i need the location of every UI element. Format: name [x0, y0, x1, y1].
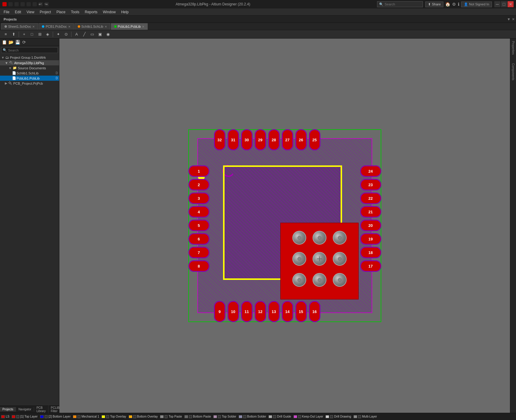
grid-tool[interactable]: ⊞ — [36, 31, 43, 38]
layer-check-drill-guide[interactable] — [273, 415, 276, 418]
tree-item-source-docs[interactable]: ▼ 📁 Source Documents — [0, 65, 59, 71]
pin-13: 13 — [268, 301, 280, 322]
minimize-button[interactable]: ─ — [494, 1, 500, 7]
panel-menu-button[interactable]: ▼ — [507, 17, 511, 21]
sidebar-refresh-btn[interactable]: ⟳ — [21, 39, 27, 45]
text-tool[interactable]: A — [73, 31, 80, 38]
close-button[interactable]: ✕ — [508, 1, 514, 7]
search-input[interactable] — [385, 2, 421, 6]
circle-tool[interactable]: ⊙ — [63, 31, 69, 38]
layer-check-top-paste[interactable] — [165, 415, 168, 418]
menu-tools[interactable]: Tools — [68, 9, 82, 15]
layer-check-top-overlay[interactable] — [106, 415, 109, 418]
tab-label-sheet1: Sheet1.SchDoc — [8, 25, 31, 28]
layer-label-keepout: Keep-Out Layer — [302, 415, 323, 418]
layer-color-bottom — [40, 415, 44, 418]
layer-check-drill-drawing[interactable] — [330, 415, 333, 418]
tab-close-pcblib1[interactable]: ✕ — [142, 25, 144, 28]
tab-schlib1[interactable]: Schlib1.SchLib ✕ — [74, 23, 110, 30]
sidebar-tab-pcblibrary[interactable]: PCB Library — [34, 406, 49, 413]
layer-bot-paste[interactable]: Bottom Paste — [184, 415, 211, 418]
menu-view[interactable]: View — [24, 9, 37, 15]
sign-in-button[interactable]: 👤 Not Signed In — [461, 2, 492, 7]
pin-12: 12 — [255, 301, 266, 322]
layer-drill-drawing[interactable]: Drill Drawing — [326, 415, 351, 418]
home-icon[interactable]: 🏠 — [445, 2, 450, 7]
menu-window[interactable]: Window — [100, 9, 118, 15]
layer-check-top[interactable] — [16, 415, 19, 418]
star-tool[interactable]: ✦ — [55, 31, 61, 38]
sidebar-search-input[interactable] — [8, 49, 56, 52]
layer-bot-overlay[interactable]: Bottom Overlay — [129, 415, 158, 418]
pcblib1-icon: 📄 — [12, 76, 16, 80]
highlight-tool[interactable]: ⬆ — [10, 31, 17, 38]
layer-bottom[interactable]: [2] Bottom Layer — [40, 415, 71, 418]
tree-item-atmega[interactable]: ▼ 🔌 Atmega328p.LibPkg — [0, 60, 59, 65]
layer-check-bottom[interactable] — [45, 415, 48, 418]
sidebar-open-btn[interactable]: 📂 — [8, 39, 14, 45]
pin-15: 15 — [295, 301, 307, 322]
layer-bot-solder[interactable]: Bottom Solder — [239, 415, 266, 418]
tree-item-pcblib1[interactable]: 📄 PcbLib1.PcbLib D — [0, 76, 59, 81]
maximize-button[interactable]: □ — [501, 1, 507, 7]
rect-select-tool[interactable]: □ — [29, 31, 35, 38]
share-button[interactable]: ⬆ Share — [425, 2, 443, 7]
settings-icon[interactable]: ⚙ — [452, 2, 456, 7]
layer-mech1[interactable]: Mechanical 1 — [73, 415, 99, 418]
menu-project[interactable]: Project — [37, 9, 53, 15]
sidebar-new-btn[interactable]: 📋 — [1, 39, 7, 45]
layer-keepout[interactable]: Keep-Out Layer — [294, 415, 323, 418]
layer-top-overlay[interactable]: Top Overlay — [102, 415, 126, 418]
layer-check-top-solder[interactable] — [218, 415, 221, 418]
layer-top[interactable]: [1] Top Layer — [12, 415, 38, 418]
tab-close-sheet1[interactable]: ✕ — [32, 25, 35, 28]
tab-pcblib1[interactable]: PcbLib1.PcbLib ✕ — [111, 23, 148, 30]
properties-panel-label[interactable]: Properties — [510, 40, 516, 56]
tree-item-project-group[interactable]: ▼ 🗂 Project Group 1.DsnWrk — [0, 55, 59, 60]
tab-close-schlib1[interactable]: ✕ — [105, 25, 107, 28]
layer-check-bot-paste[interactable] — [189, 415, 192, 418]
menu-reports[interactable]: Reports — [82, 9, 100, 15]
layer-check-bot-overlay[interactable] — [133, 415, 136, 418]
tree-item-schlib1[interactable]: 📄 Schlib1.SchLib D — [0, 71, 59, 76]
line-tool[interactable]: ╱ — [81, 31, 88, 38]
layer-top-solder[interactable]: Top Solder — [213, 415, 236, 418]
tab-sheet1[interactable]: Sheet1.SchDoc ✕ — [1, 23, 38, 30]
panel-close-button[interactable]: ✕ — [512, 17, 515, 21]
tab-close-pcb1[interactable]: ✕ — [68, 25, 71, 28]
filter-tool[interactable]: ≡ — [2, 31, 9, 38]
pin-7: 7 — [188, 247, 209, 258]
menu-place[interactable]: Place — [54, 9, 68, 15]
layer-multi[interactable]: Multi-Layer — [354, 415, 377, 418]
layer-top-paste[interactable]: Top Paste — [160, 415, 182, 418]
pad-tool[interactable]: ▣ — [97, 31, 103, 38]
layer-check-keepout[interactable] — [298, 415, 301, 418]
sidebar-save-btn[interactable]: 💾 — [14, 39, 20, 45]
add-tool[interactable]: + — [21, 31, 27, 38]
sidebar-tab-navigator[interactable]: Navigator — [16, 407, 34, 412]
pin-31: 31 — [228, 129, 239, 150]
search-icon: 🔍 — [379, 2, 383, 6]
sidebar-tab-projects[interactable]: Projects — [0, 407, 16, 412]
menu-edit[interactable]: Edit — [12, 9, 24, 15]
layer-check-bot-solder[interactable] — [243, 415, 246, 418]
rect-tool[interactable]: ▭ — [89, 31, 96, 38]
layer-drill-guide[interactable]: Drill Guide — [269, 415, 291, 418]
layer-ls[interactable]: LS — [1, 415, 9, 418]
search-box[interactable]: 🔍 — [377, 1, 423, 7]
via-tool[interactable]: ◉ — [105, 31, 111, 38]
layer-check-mech1[interactable] — [77, 415, 80, 418]
pad-1-3 — [333, 231, 347, 245]
components-panel-label[interactable]: Components — [510, 62, 516, 82]
layer-color-bot-solder — [239, 415, 242, 418]
menu-file[interactable]: File — [1, 9, 12, 15]
layer-check-multi[interactable] — [358, 415, 361, 418]
tree-item-pcb-project[interactable]: ▶ 🔌 PCB_Project.PrjPcb — [0, 81, 59, 86]
menu-help[interactable]: Help — [119, 9, 131, 15]
info-icon[interactable]: ℹ — [458, 2, 459, 7]
sidebar-search-box[interactable]: 🔍 — [1, 47, 58, 53]
diamond-tool[interactable]: ◈ — [44, 31, 51, 38]
tab-dot-pcblib1 — [114, 25, 117, 28]
tab-pcb1[interactable]: PCB1.PcbDoc ✕ — [39, 23, 74, 30]
canvas-area[interactable]: 1 2 3 4 5 6 7 8 24 23 22 21 20 19 18 17 … — [59, 39, 510, 413]
